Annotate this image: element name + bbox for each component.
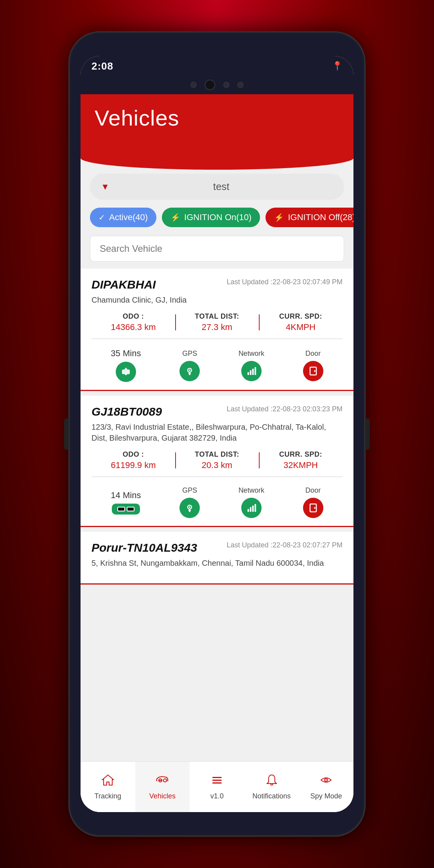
nav-tracking-label: Tracking: [95, 792, 121, 800]
camera-dot-main: [204, 79, 215, 90]
nav-vehicles-label: Vehicles: [149, 792, 176, 800]
nav-item-notifications[interactable]: Notifications: [244, 762, 299, 812]
vehicle-name: GJ18BT0089: [91, 405, 162, 418]
stat-odo: ODO : 14366.3 km: [91, 312, 175, 332]
filter-tab-active[interactable]: ✓ Active(40): [90, 208, 156, 227]
indicators-row: 14 Mins GPS: [91, 483, 343, 518]
last-updated: Last Updated :22-08-23 02:03:23 PM: [227, 405, 343, 413]
stat-odo: ODO : 61199.9 km: [91, 450, 175, 470]
page-title: Vehicles: [95, 105, 339, 131]
svg-rect-13: [250, 507, 251, 512]
filter-tab-ignition-on[interactable]: ⚡ IGNITION On(10): [162, 208, 260, 227]
vehicle-card: Porur-TN10AL9343 Last Updated :22-08-23 …: [81, 532, 353, 585]
svg-rect-14: [252, 506, 254, 512]
curr-spd-label: CURR. SPD:: [259, 312, 343, 321]
filter-tabs: ✓ Active(40) ⚡ IGNITION On(10) ⚡ IGNITIO…: [81, 208, 353, 227]
network-icon: [241, 498, 262, 518]
svg-point-19: [163, 779, 167, 782]
svg-point-11: [189, 506, 190, 508]
stat-total-dist: TOTAL DIST: 27.3 km: [175, 312, 259, 332]
menu-icon: [210, 773, 224, 790]
network-icon: [241, 361, 262, 381]
nav-item-v10[interactable]: v1.0: [190, 762, 244, 812]
gps-indicator: GPS: [179, 350, 200, 381]
camera-dot-small3: [237, 82, 244, 88]
total-dist-label: TOTAL DIST:: [175, 450, 259, 459]
stats-row: ODO : 61199.9 km TOTAL DIST: 20.3 km CUR…: [91, 450, 343, 477]
door-icon: [303, 498, 323, 518]
gps-icon: [179, 361, 200, 381]
svg-point-3: [189, 369, 190, 371]
time-indicator: 35 Mins: [111, 348, 141, 382]
vehicle-card-header: GJ18BT0089 Last Updated :22-08-23 02:03:…: [91, 405, 343, 418]
nav-notifications-label: Notifications: [253, 792, 291, 800]
vehicle-card-header: DIPAKBHAI Last Updated :22-08-23 02:07:4…: [91, 278, 343, 291]
svg-rect-7: [255, 367, 256, 375]
filter-tab-ignition-on-label: IGNITION On(10): [184, 212, 251, 222]
svg-rect-22: [212, 782, 222, 784]
gps-label: GPS: [182, 486, 197, 495]
time-label: 14 Mins: [111, 490, 141, 500]
network-label: Network: [239, 350, 264, 358]
side-button-left: [64, 418, 69, 450]
content-area: ▼ test ✓ Active(40) ⚡ IGNITION On(10) ⚡ …: [81, 158, 353, 761]
svg-rect-20: [212, 777, 222, 778]
nav-item-tracking[interactable]: Tracking: [81, 762, 135, 812]
camera-bar: [81, 76, 353, 94]
eye-icon: [319, 773, 333, 790]
svg-rect-4: [247, 372, 249, 375]
network-label: Network: [239, 486, 264, 495]
vehicle-name: DIPAKBHAI: [91, 278, 156, 291]
dropdown-arrow-icon: ▼: [101, 182, 109, 192]
filter-tab-active-label: Active(40): [109, 212, 148, 222]
odo-value: 61199.9 km: [91, 460, 175, 470]
lightning-icon-off: ⚡: [274, 213, 284, 222]
svg-point-9: [314, 370, 316, 372]
total-dist-value: 20.3 km: [175, 460, 259, 470]
camera-dot-small: [190, 82, 197, 88]
nav-spymode-label: Spy Mode: [310, 792, 342, 800]
door-label: Door: [305, 486, 321, 495]
group-dropdown[interactable]: ▼ test: [90, 174, 344, 200]
app-header: Vehicles: [81, 94, 353, 158]
odo-value: 14366.3 km: [91, 322, 175, 332]
svg-rect-21: [212, 780, 222, 781]
svg-rect-12: [247, 509, 249, 512]
location-status-icon: 📍: [332, 61, 343, 71]
last-updated: Last Updated :22-08-23 02:07:27 PM: [227, 541, 343, 549]
door-label: Door: [305, 350, 321, 358]
odo-label: ODO :: [91, 312, 175, 321]
time-indicator: 14 Mins: [111, 490, 141, 515]
dropdown-container: ▼ test: [90, 174, 344, 200]
svg-rect-6: [252, 369, 254, 375]
time-label: 35 Mins: [111, 348, 141, 359]
network-indicator: Network: [239, 486, 264, 518]
nav-item-vehicles[interactable]: Vehicles: [135, 762, 190, 812]
door-indicator: Door: [303, 486, 323, 518]
nav-item-spymode[interactable]: Spy Mode: [299, 762, 353, 812]
filter-tab-ignition-off-label: IGNITION Off(28): [288, 212, 353, 222]
curr-spd-value: 4KMPH: [259, 322, 343, 332]
status-time: 2:08: [91, 60, 113, 72]
phone-screen: 2:08 📍 Vehicles ▼ test: [81, 56, 353, 812]
stat-curr-spd: CURR. SPD: 4KMPH: [259, 312, 343, 332]
search-input[interactable]: [90, 236, 344, 262]
door-indicator: Door: [303, 350, 323, 381]
vehicle-status-icon: [116, 362, 136, 382]
vehicle-name: Porur-TN10AL9343: [91, 541, 197, 554]
dropdown-value: test: [109, 181, 333, 193]
vehicle-address: Chamunda Clinic, GJ, India: [91, 294, 343, 305]
odo-label: ODO :: [91, 450, 175, 459]
total-dist-label: TOTAL DIST:: [175, 312, 259, 321]
svg-point-17: [314, 507, 316, 509]
stat-curr-spd: CURR. SPD: 32KMPH: [259, 450, 343, 470]
gps-indicator: GPS: [179, 486, 200, 518]
status-icons: 📍: [332, 61, 343, 71]
stat-total-dist: TOTAL DIST: 20.3 km: [175, 450, 259, 470]
phone-frame: 2:08 📍 Vehicles ▼ test: [68, 31, 366, 837]
curr-spd-value: 32KMPH: [259, 460, 343, 470]
filter-tab-ignition-off[interactable]: ⚡ IGNITION Off(28): [265, 208, 353, 227]
curr-spd-label: CURR. SPD:: [259, 450, 343, 459]
door-icon: [303, 361, 323, 381]
vehicle-card: DIPAKBHAI Last Updated :22-08-23 02:07:4…: [81, 269, 353, 391]
